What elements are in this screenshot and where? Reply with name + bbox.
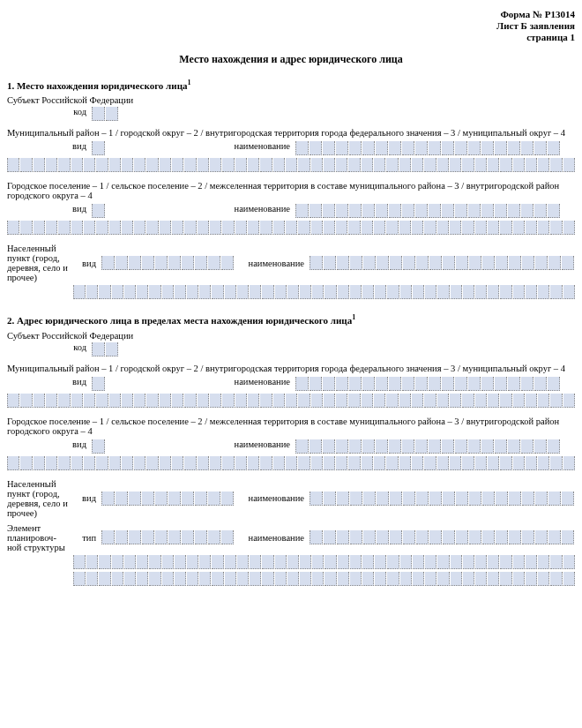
settlement-label-s2: Населенный пункт (город, деревня, село и… bbox=[7, 479, 74, 518]
code-label: код bbox=[7, 107, 92, 116]
settlement-vid-cells[interactable] bbox=[101, 256, 234, 270]
form-page: страница 1 bbox=[7, 32, 575, 43]
code-cells2[interactable] bbox=[92, 342, 118, 356]
type-label: тип bbox=[74, 533, 101, 543]
naim-label3: наименование bbox=[234, 259, 310, 268]
settlement-naim-row2[interactable] bbox=[73, 285, 575, 299]
section1-municipal-line: Муниципальный район – 1 / городской окру… bbox=[7, 128, 575, 138]
naim-cells-s2[interactable] bbox=[295, 377, 560, 391]
section2-heading: 2. Адрес юридического лица в пределах ме… bbox=[7, 313, 575, 326]
naim-cells2-row2[interactable] bbox=[7, 221, 575, 235]
vid-cell-s2b[interactable] bbox=[92, 439, 105, 454]
plan-naim-row3[interactable] bbox=[73, 572, 575, 586]
vid-cell-s2[interactable] bbox=[92, 377, 105, 391]
section1-subject: Субъект Российской Федерации bbox=[7, 95, 575, 105]
naim-label-s2c: наименование bbox=[234, 493, 310, 503]
vid-label3: вид bbox=[74, 259, 101, 268]
naim-cells-s2-row2[interactable] bbox=[7, 394, 575, 408]
vid-cell2[interactable] bbox=[92, 204, 105, 218]
naim-cells-row2[interactable] bbox=[7, 158, 575, 172]
code-cells[interactable] bbox=[92, 107, 118, 121]
naim-cells-s2b[interactable] bbox=[295, 439, 560, 454]
naim-label-s2: наименование bbox=[105, 377, 295, 387]
section1-heading: 1. Место нахождения юридического лица1 bbox=[7, 79, 575, 91]
form-header: Форма № Р13014 Лист Б заявления страница… bbox=[7, 9, 575, 44]
form-number: Форма № Р13014 bbox=[7, 9, 575, 20]
vid-label-s2b: вид bbox=[7, 439, 92, 449]
form-sheet: Лист Б заявления bbox=[7, 20, 575, 32]
section1-heading-text: 1. Место нахождения юридического лица bbox=[7, 79, 187, 90]
naim-label-s2b: наименование bbox=[105, 439, 295, 449]
naim-label2: наименование bbox=[105, 204, 295, 214]
section2-heading-sup: 1 bbox=[352, 313, 355, 321]
plan-element-label: Элемент планировоч-ной структуры bbox=[7, 523, 74, 552]
naim-label-plan: наименование bbox=[234, 533, 310, 543]
naim-cells2[interactable] bbox=[295, 204, 560, 218]
section1-urban-line: Городское поселение – 1 / сельское посел… bbox=[7, 181, 575, 200]
vid-label2: вид bbox=[7, 204, 92, 214]
naim-label: наименование bbox=[105, 141, 295, 151]
doc-title: Место нахождения и адрес юридического ли… bbox=[7, 53, 575, 66]
section2-subject: Субъект Российской Федерации bbox=[7, 331, 575, 341]
plan-naim-row2[interactable] bbox=[73, 555, 575, 569]
vid-label: вид bbox=[7, 141, 92, 151]
naim-cells-s2b-row2[interactable] bbox=[7, 456, 575, 470]
plan-naim-cells[interactable] bbox=[310, 530, 574, 544]
code-label2: код bbox=[7, 342, 92, 352]
section1-heading-sup: 1 bbox=[187, 79, 190, 86]
section2-municipal-line: Муниципальный район – 1 / городской окру… bbox=[7, 364, 575, 373]
settlement-vid-cells-s2[interactable] bbox=[101, 492, 234, 506]
section2-heading-text: 2. Адрес юридического лица в пределах ме… bbox=[7, 315, 352, 326]
vid-cell[interactable] bbox=[92, 141, 105, 155]
settlement-label: Населенный пункт (город, деревня, село и… bbox=[7, 244, 74, 282]
vid-label-s2: вид bbox=[7, 377, 92, 387]
settlement-naim-cells[interactable] bbox=[310, 256, 574, 270]
naim-cells[interactable] bbox=[295, 141, 560, 155]
vid-label-s2c: вид bbox=[74, 493, 101, 503]
plan-type-cells[interactable] bbox=[101, 530, 234, 544]
settlement-naim-cells-s2[interactable] bbox=[310, 492, 574, 506]
section2-urban-line: Городское поселение – 1 / сельское посел… bbox=[7, 417, 575, 436]
